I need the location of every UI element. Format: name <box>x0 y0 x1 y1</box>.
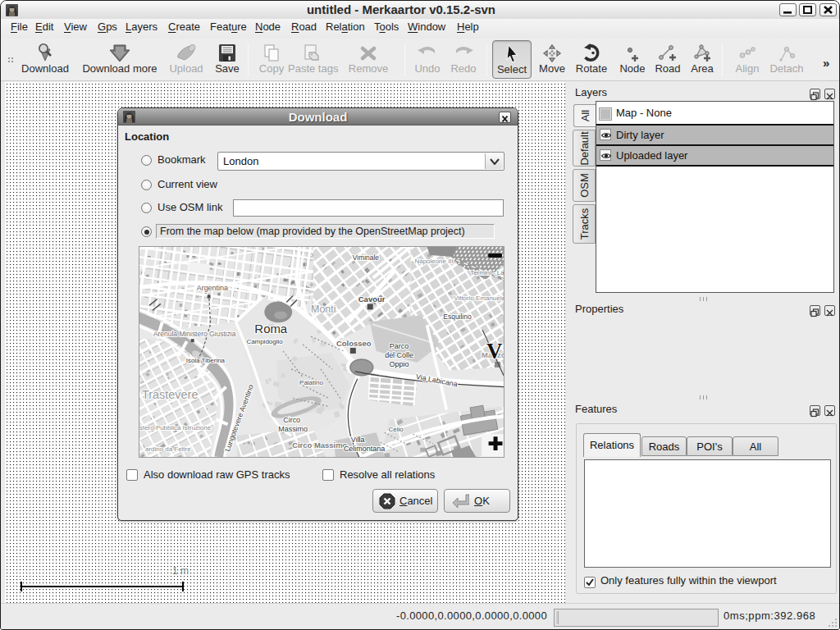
svg-text:Esquilino: Esquilino <box>443 313 472 321</box>
svg-text:Trastevere: Trastevere <box>142 388 198 401</box>
svg-text:Celio: Celio <box>389 426 404 433</box>
svg-text:Viminale: Viminale <box>353 253 380 262</box>
svg-text:del Colle: del Colle <box>385 351 413 359</box>
svg-text:Napoleone III: Napoleone III <box>414 258 453 265</box>
svg-text:Roma: Roma <box>254 322 288 336</box>
svg-text:Parco: Parco <box>390 342 409 350</box>
svg-text:Circo Massimo: Circo Massimo <box>292 441 347 450</box>
svg-text:Isola Tiberina: Isola Tiberina <box>186 357 226 364</box>
svg-text:stero Pubblica Istruzione: stero Pubblica Istruzione <box>139 424 212 431</box>
svg-text:Argentina: Argentina <box>197 284 228 292</box>
svg-text:Arenula Ministero Giustizia: Arenula Ministero Giustizia <box>153 330 236 338</box>
svg-text:Vittorio Emanuele: Vittorio Emanuele <box>454 294 504 302</box>
svg-text:Monti: Monti <box>311 304 336 315</box>
svg-text:Palatino: Palatino <box>299 379 323 386</box>
svg-text:V: V <box>486 339 503 363</box>
svg-text:Villa: Villa <box>351 436 365 444</box>
svg-text:ardino da Feltre: ardino da Feltre <box>145 445 191 453</box>
svg-text:Oppio: Oppio <box>390 360 409 368</box>
svg-text:Celimontana: Celimontana <box>344 445 385 453</box>
svg-text:Campidoglio: Campidoglio <box>246 338 283 345</box>
svg-text:Colosseo: Colosseo <box>336 339 372 348</box>
svg-text:Massimo: Massimo <box>278 425 308 433</box>
svg-text:Cavour: Cavour <box>358 294 386 304</box>
svg-text:Termini - La: Termini - La <box>470 269 504 276</box>
svg-text:Circo: Circo <box>283 416 300 424</box>
